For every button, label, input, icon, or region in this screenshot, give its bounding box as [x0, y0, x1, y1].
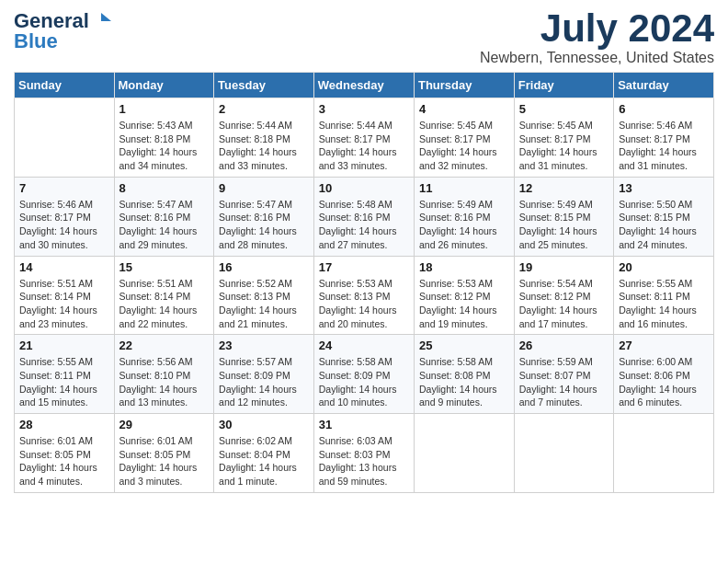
calendar-cell: 20Sunrise: 5:55 AMSunset: 8:11 PMDayligh… — [614, 256, 714, 335]
cell-date-number: 6 — [619, 102, 709, 116]
calendar-week-row: 7Sunrise: 5:46 AMSunset: 8:17 PMDaylight… — [15, 177, 714, 256]
cell-date-number: 24 — [319, 339, 409, 352]
weekday-header-wednesday: Wednesday — [313, 73, 414, 98]
cell-date-number: 23 — [219, 339, 309, 352]
calendar-week-row: 14Sunrise: 5:51 AMSunset: 8:14 PMDayligh… — [15, 256, 714, 335]
calendar-cell: 13Sunrise: 5:50 AMSunset: 8:15 PMDayligh… — [614, 177, 714, 256]
calendar-cell: 15Sunrise: 5:51 AMSunset: 8:14 PMDayligh… — [114, 256, 214, 335]
calendar-cell: 4Sunrise: 5:45 AMSunset: 8:17 PMDaylight… — [414, 98, 514, 178]
weekday-header-tuesday: Tuesday — [214, 73, 314, 98]
cell-date-number: 14 — [19, 260, 109, 274]
calendar-cell: 12Sunrise: 5:49 AMSunset: 8:15 PMDayligh… — [514, 177, 613, 256]
cell-info-text: Sunrise: 5:55 AMSunset: 8:11 PMDaylight:… — [619, 277, 709, 331]
cell-date-number: 4 — [419, 102, 509, 116]
calendar-cell: 26Sunrise: 5:59 AMSunset: 8:07 PMDayligh… — [514, 335, 613, 414]
cell-date-number: 31 — [319, 418, 409, 431]
cell-date-number: 3 — [319, 102, 409, 116]
calendar-cell: 30Sunrise: 6:02 AMSunset: 8:04 PMDayligh… — [214, 414, 314, 493]
cell-date-number: 29 — [119, 418, 210, 431]
cell-info-text: Sunrise: 5:53 AMSunset: 8:12 PMDaylight:… — [419, 277, 509, 331]
calendar-cell: 2Sunrise: 5:44 AMSunset: 8:18 PMDaylight… — [214, 98, 314, 178]
cell-info-text: Sunrise: 5:56 AMSunset: 8:10 PMDaylight:… — [119, 355, 210, 409]
calendar-cell: 19Sunrise: 5:54 AMSunset: 8:12 PMDayligh… — [514, 256, 613, 335]
cell-info-text: Sunrise: 5:52 AMSunset: 8:13 PMDaylight:… — [219, 277, 309, 331]
weekday-header-monday: Monday — [114, 73, 214, 98]
calendar-cell: 9Sunrise: 5:47 AMSunset: 8:16 PMDaylight… — [214, 177, 314, 256]
logo-text-blue: Blue — [14, 29, 58, 53]
cell-date-number: 17 — [319, 260, 409, 274]
cell-info-text: Sunrise: 5:51 AMSunset: 8:14 PMDaylight:… — [119, 277, 210, 331]
calendar-cell: 21Sunrise: 5:55 AMSunset: 8:11 PMDayligh… — [15, 335, 115, 414]
calendar-cell: 17Sunrise: 5:53 AMSunset: 8:13 PMDayligh… — [313, 256, 414, 335]
cell-date-number: 5 — [519, 102, 609, 116]
title-area: July 2024 Newbern, Tennessee, United Sta… — [480, 9, 714, 66]
weekday-header-saturday: Saturday — [614, 73, 714, 98]
cell-info-text: Sunrise: 5:45 AMSunset: 8:17 PMDaylight:… — [519, 119, 609, 173]
cell-date-number: 26 — [519, 339, 609, 352]
cell-info-text: Sunrise: 5:58 AMSunset: 8:09 PMDaylight:… — [319, 355, 409, 409]
calendar-table: SundayMondayTuesdayWednesdayThursdayFrid… — [14, 72, 714, 493]
cell-date-number: 21 — [19, 339, 109, 352]
calendar-cell — [614, 414, 714, 493]
logo: General Blue — [14, 9, 111, 53]
calendar-cell: 6Sunrise: 5:46 AMSunset: 8:17 PMDaylight… — [614, 98, 714, 178]
cell-info-text: Sunrise: 5:48 AMSunset: 8:16 PMDaylight:… — [319, 198, 409, 252]
cell-info-text: Sunrise: 5:49 AMSunset: 8:15 PMDaylight:… — [519, 198, 609, 252]
calendar-cell: 22Sunrise: 5:56 AMSunset: 8:10 PMDayligh… — [114, 335, 214, 414]
cell-info-text: Sunrise: 6:00 AMSunset: 8:06 PMDaylight:… — [619, 355, 709, 409]
cell-info-text: Sunrise: 5:58 AMSunset: 8:08 PMDaylight:… — [419, 355, 509, 409]
cell-info-text: Sunrise: 6:02 AMSunset: 8:04 PMDaylight:… — [219, 434, 309, 488]
cell-info-text: Sunrise: 5:50 AMSunset: 8:15 PMDaylight:… — [619, 198, 709, 252]
cell-date-number: 27 — [619, 339, 709, 352]
cell-date-number: 30 — [219, 418, 309, 431]
calendar-cell: 31Sunrise: 6:03 AMSunset: 8:03 PMDayligh… — [313, 414, 414, 493]
cell-info-text: Sunrise: 5:54 AMSunset: 8:12 PMDaylight:… — [519, 277, 609, 331]
cell-info-text: Sunrise: 5:46 AMSunset: 8:17 PMDaylight:… — [619, 119, 709, 173]
calendar-cell — [514, 414, 613, 493]
calendar-cell: 23Sunrise: 5:57 AMSunset: 8:09 PMDayligh… — [214, 335, 314, 414]
cell-info-text: Sunrise: 6:03 AMSunset: 8:03 PMDaylight:… — [319, 434, 409, 488]
calendar-cell: 24Sunrise: 5:58 AMSunset: 8:09 PMDayligh… — [313, 335, 414, 414]
cell-date-number: 15 — [119, 260, 210, 274]
cell-info-text: Sunrise: 5:51 AMSunset: 8:14 PMDaylight:… — [19, 277, 109, 331]
cell-date-number: 28 — [19, 418, 109, 431]
calendar-cell: 16Sunrise: 5:52 AMSunset: 8:13 PMDayligh… — [214, 256, 314, 335]
cell-info-text: Sunrise: 6:01 AMSunset: 8:05 PMDaylight:… — [19, 434, 109, 488]
cell-info-text: Sunrise: 5:44 AMSunset: 8:18 PMDaylight:… — [219, 119, 309, 173]
cell-info-text: Sunrise: 5:44 AMSunset: 8:17 PMDaylight:… — [319, 119, 409, 173]
cell-date-number: 8 — [119, 181, 210, 195]
weekday-header-row: SundayMondayTuesdayWednesdayThursdayFrid… — [15, 73, 714, 98]
cell-date-number: 12 — [519, 181, 609, 195]
cell-info-text: Sunrise: 5:47 AMSunset: 8:16 PMDaylight:… — [119, 198, 210, 252]
cell-date-number: 13 — [619, 181, 709, 195]
cell-date-number: 11 — [419, 181, 509, 195]
calendar-cell: 8Sunrise: 5:47 AMSunset: 8:16 PMDaylight… — [114, 177, 214, 256]
logo-bird-icon — [91, 11, 111, 31]
calendar-cell: 25Sunrise: 5:58 AMSunset: 8:08 PMDayligh… — [414, 335, 514, 414]
calendar-cell: 1Sunrise: 5:43 AMSunset: 8:18 PMDaylight… — [114, 98, 214, 178]
weekday-header-friday: Friday — [514, 73, 613, 98]
calendar-cell: 14Sunrise: 5:51 AMSunset: 8:14 PMDayligh… — [15, 256, 115, 335]
cell-info-text: Sunrise: 5:55 AMSunset: 8:11 PMDaylight:… — [19, 355, 109, 409]
weekday-header-thursday: Thursday — [414, 73, 514, 98]
location: Newbern, Tennessee, United States — [480, 50, 714, 66]
calendar-cell: 5Sunrise: 5:45 AMSunset: 8:17 PMDaylight… — [514, 98, 613, 178]
calendar-cell: 3Sunrise: 5:44 AMSunset: 8:17 PMDaylight… — [313, 98, 414, 178]
cell-info-text: Sunrise: 6:01 AMSunset: 8:05 PMDaylight:… — [119, 434, 210, 488]
weekday-header-sunday: Sunday — [15, 73, 115, 98]
calendar-cell: 29Sunrise: 6:01 AMSunset: 8:05 PMDayligh… — [114, 414, 214, 493]
cell-date-number: 9 — [219, 181, 309, 195]
cell-info-text: Sunrise: 5:45 AMSunset: 8:17 PMDaylight:… — [419, 119, 509, 173]
cell-date-number: 18 — [419, 260, 509, 274]
calendar-week-row: 21Sunrise: 5:55 AMSunset: 8:11 PMDayligh… — [15, 335, 714, 414]
calendar-cell: 28Sunrise: 6:01 AMSunset: 8:05 PMDayligh… — [15, 414, 115, 493]
calendar-week-row: 1Sunrise: 5:43 AMSunset: 8:18 PMDaylight… — [15, 98, 714, 178]
cell-date-number: 25 — [419, 339, 509, 352]
svg-marker-0 — [101, 13, 111, 21]
calendar-cell: 18Sunrise: 5:53 AMSunset: 8:12 PMDayligh… — [414, 256, 514, 335]
cell-info-text: Sunrise: 5:57 AMSunset: 8:09 PMDaylight:… — [219, 355, 309, 409]
page-header: General Blue July 2024 Newbern, Tennesse… — [14, 9, 714, 66]
cell-info-text: Sunrise: 5:59 AMSunset: 8:07 PMDaylight:… — [519, 355, 609, 409]
calendar-cell: 11Sunrise: 5:49 AMSunset: 8:16 PMDayligh… — [414, 177, 514, 256]
cell-date-number: 16 — [219, 260, 309, 274]
